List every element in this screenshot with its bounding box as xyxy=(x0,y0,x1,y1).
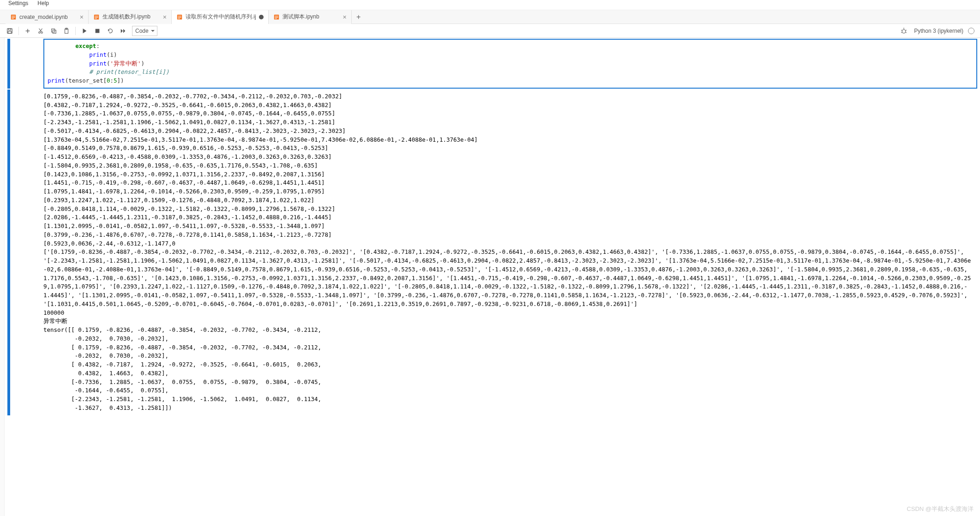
toolbar: Code Python 3 (ipykernel) xyxy=(0,24,980,38)
tabbar: create_model.ipynb×生成随机数列.ipynb×读取所有文件中的… xyxy=(0,10,980,24)
debugger-icon[interactable] xyxy=(900,27,908,35)
svg-rect-13 xyxy=(275,16,278,16)
menu-settings[interactable]: Settings xyxy=(4,0,33,8)
svg-rect-10 xyxy=(178,17,181,18)
stop-button[interactable] xyxy=(91,25,103,36)
svg-rect-27 xyxy=(65,29,68,33)
svg-rect-17 xyxy=(8,28,11,30)
cell-output-bar xyxy=(7,90,10,415)
tab[interactable]: create_model.ipynb× xyxy=(6,10,89,24)
notebook-icon xyxy=(176,14,183,20)
svg-rect-15 xyxy=(275,18,277,18)
svg-line-36 xyxy=(906,30,907,30)
svg-marker-32 xyxy=(123,29,125,33)
kernel-name[interactable]: Python 3 (ipykernel) xyxy=(914,28,963,34)
restart-run-all-button[interactable] xyxy=(117,25,129,36)
svg-rect-26 xyxy=(53,30,56,33)
tab-label: 测试脚本.ipynb xyxy=(283,13,340,21)
svg-rect-18 xyxy=(8,31,12,33)
tab-label: create_model.ipynb xyxy=(19,14,77,20)
tab[interactable]: 生成随机数列.ipynb× xyxy=(89,10,172,24)
svg-point-21 xyxy=(39,31,41,33)
notebook-icon xyxy=(10,14,17,20)
dirty-indicator-icon xyxy=(259,15,264,19)
svg-rect-14 xyxy=(275,17,278,18)
svg-line-37 xyxy=(901,32,902,33)
tab[interactable]: 读取所有文件中的随机序列.ij xyxy=(172,10,269,24)
tab[interactable]: 测试脚本.ipynb× xyxy=(269,10,352,24)
kernel-status-icon xyxy=(968,28,974,34)
svg-marker-31 xyxy=(121,29,123,33)
insert-cell-button[interactable] xyxy=(22,25,34,36)
svg-line-35 xyxy=(901,30,902,30)
svg-rect-6 xyxy=(95,17,98,18)
code-cell[interactable]: except: print(i) print('异常中断') # print(t… xyxy=(7,39,977,89)
tab-label: 生成随机数列.ipynb xyxy=(102,13,160,21)
close-tab-button[interactable]: × xyxy=(163,14,167,20)
svg-marker-29 xyxy=(83,28,87,33)
output-prompt xyxy=(11,90,43,415)
svg-line-38 xyxy=(906,32,907,33)
svg-rect-1 xyxy=(12,16,15,16)
cell-type-select[interactable]: Code xyxy=(132,26,157,36)
left-gutter xyxy=(0,38,5,516)
notebook[interactable]: except: print(i) print('异常中断') # print(t… xyxy=(5,38,980,516)
copy-button[interactable] xyxy=(48,25,60,36)
save-button[interactable] xyxy=(4,25,16,36)
new-tab-button[interactable]: + xyxy=(352,13,366,21)
paste-button[interactable] xyxy=(60,25,72,36)
svg-point-22 xyxy=(41,31,43,33)
svg-point-33 xyxy=(902,30,906,33)
cell-prompt xyxy=(11,39,43,89)
restart-button[interactable] xyxy=(104,25,116,36)
menu-help[interactable]: Help xyxy=(33,0,54,8)
menubar: Settings Help xyxy=(0,0,980,10)
notebook-icon xyxy=(273,14,280,20)
output-cell: [0.1759,-0.8236,-0.4887,-0.3854,-0.2032,… xyxy=(7,90,977,415)
code-output: [0.1759,-0.8236,-0.4887,-0.3854,-0.2032,… xyxy=(43,90,977,415)
cut-button[interactable] xyxy=(35,25,47,36)
svg-rect-30 xyxy=(96,29,100,33)
svg-rect-2 xyxy=(12,17,15,18)
svg-rect-11 xyxy=(178,18,180,18)
tab-label: 读取所有文件中的随机序列.ij xyxy=(186,13,256,21)
svg-rect-3 xyxy=(12,18,14,18)
code-input[interactable]: except: print(i) print('异常中断') # print(t… xyxy=(43,39,977,89)
svg-rect-25 xyxy=(52,29,55,32)
cell-selection-bar xyxy=(7,39,10,89)
svg-rect-9 xyxy=(178,16,181,16)
close-tab-button[interactable]: × xyxy=(343,14,346,20)
close-tab-button[interactable]: × xyxy=(80,14,84,20)
svg-rect-5 xyxy=(95,16,98,16)
run-button[interactable] xyxy=(78,25,90,36)
notebook-icon xyxy=(93,14,100,20)
svg-rect-7 xyxy=(95,18,97,18)
